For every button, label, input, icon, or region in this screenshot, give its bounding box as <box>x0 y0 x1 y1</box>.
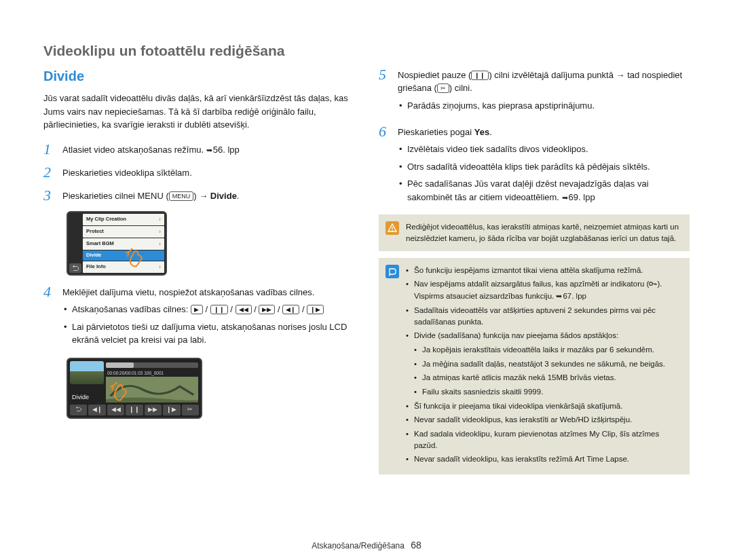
step-3: 3 Pieskarieties cilnei MENU (MENU) → Div… <box>43 187 354 204</box>
nested-item: Ja mēģina sadalīt daļās, neatstājot 3 se… <box>414 358 680 370</box>
forward-icon: ▶▶ <box>259 305 275 314</box>
menu-screenshot: ⮌ My Clip Creation› Protect› Smart BGM› … <box>67 211 354 276</box>
step-num: 4 <box>43 284 56 300</box>
sub-bullet: Otrs sadalītā videoattēla klips tiek par… <box>398 160 690 174</box>
step-body: Meklējiet dalījuma vietu, nospiežot atsk… <box>62 284 354 351</box>
menu-list: My Clip Creation› Protect› Smart BGM› Di… <box>83 214 164 273</box>
page-title: Videoklipu un fotoattēlu rediģēšana <box>43 41 690 61</box>
menu-item-label: My Clip Creation <box>86 216 126 223</box>
info-item: Sadalītais videoattēls var atšķirties ap… <box>406 305 680 327</box>
step-body: Nospiediet pauze (❙❙) cilni izvēlētajā d… <box>398 67 690 116</box>
nested-item: Failu skaits sasniedzis skaitli 9999. <box>414 386 680 398</box>
menu-item: Protect› <box>83 226 164 238</box>
step-2: 2 Pieskarieties videoklipa sīktēlam. <box>43 164 354 181</box>
step-6: 6 Pieskarieties pogai Yes. Izvēlētais vi… <box>379 124 690 208</box>
divide-label: Divide <box>72 393 89 402</box>
step-text: Nospiediet pauze ( <box>398 70 471 80</box>
progress-bar <box>106 362 198 368</box>
step-text: Meklējiet dalījuma vietu, nospiežot atsk… <box>62 287 314 297</box>
frame-forward-icon: ❙▶ <box>163 405 180 415</box>
pause-icon: ❙❙ <box>126 405 143 415</box>
chevron-right-icon: › <box>159 227 161 236</box>
page-number: 68 <box>411 540 421 550</box>
info-list: Šo funkciju iespējams izmantot tikai vie… <box>406 265 680 468</box>
info-text: Divide (sadalīšana) funkcija nav pieejam… <box>414 331 618 339</box>
svg-point-2 <box>650 282 653 286</box>
timeline-screenshot: 00:00:20/00:01:03 100_0001 Divide ⮌ ◀❙ ◀… <box>67 358 202 419</box>
forward-icon: ▶▶ <box>145 405 162 415</box>
sub-bullet: Atskaņošanas vadības cilnes: ▶ / ❙❙ / ◀◀… <box>62 303 354 316</box>
chevron-right-icon: › <box>159 263 161 272</box>
info-item: Šo funkciju iespējams izmantot tikai vie… <box>406 265 680 276</box>
step-text: Pieskarieties cilnei MENU ( <box>62 191 169 201</box>
divide-label: Divide <box>210 191 237 201</box>
warning-note: Rediģējot videoattēlus, kas ierakstīti a… <box>379 214 690 250</box>
frame-back-icon: ◀❙ <box>88 405 105 415</box>
sub-bullets: Atskaņošanas vadības cilnes: ▶ / ❙❙ / ◀◀… <box>62 303 354 347</box>
frame-back-icon: ◀❙ <box>282 305 299 314</box>
cut-icon: ✂ <box>182 405 199 415</box>
menu-item-label: Protect <box>86 228 104 236</box>
frame-forward-icon: ❙▶ <box>307 305 324 314</box>
step-num: 6 <box>379 124 391 140</box>
menu-item-label: Divide <box>86 252 102 259</box>
info-text: Nav iespējams atdalīt aizsargātus failus… <box>414 280 649 288</box>
sub-bullet: Parādās ziņojums, kas pieprasa apstiprin… <box>398 99 690 113</box>
step-4: 4 Meklējiet dalījuma vietu, nospiežot at… <box>43 284 354 351</box>
arrow-icon: → <box>199 191 208 201</box>
timecode-text: 00:00:20/00:01:03 100_0001 <box>107 370 164 376</box>
step-5: 5 Nospiediet pauze (❙❙) cilni izvēlētajā… <box>379 67 690 116</box>
menu-key-icon: MENU <box>169 191 194 201</box>
right-column: 5 Nospiediet pauze (❙❙) cilni izvēlētajā… <box>379 67 690 474</box>
sub-bullets: Izvēlētais video tiek sadalīts divos vid… <box>398 143 690 204</box>
step-body: Pieskarieties pogai Yes. Izvēlētais vide… <box>398 124 690 208</box>
nested-item: Ja atmiņas kartē atlicis mazāk nekā 15MB… <box>414 372 680 384</box>
svg-point-1 <box>392 230 393 231</box>
info-item: Nav iespējams atdalīt aizsargātus failus… <box>406 278 680 302</box>
step-text: ) cilni izvēlētajā dalījuma punktā <box>489 70 616 80</box>
step-num: 2 <box>43 164 56 181</box>
pause-icon: ❙❙ <box>471 71 489 80</box>
menu-panel: ⮌ My Clip Creation› Protect› Smart BGM› … <box>67 211 167 276</box>
chevron-right-icon: › <box>159 215 161 224</box>
step-num: 1 <box>43 141 56 157</box>
touch-hand-icon <box>124 246 151 274</box>
menu-item: My Clip Creation› <box>83 214 164 225</box>
page-ref: 67. lpp <box>556 291 586 302</box>
menu-item-active: Divide <box>83 250 164 261</box>
key-lock-icon <box>649 279 657 291</box>
page-footer: Atskaņošana/Rediģēšana 68 <box>0 538 733 552</box>
sub-text: Atskaņošanas vadības cilnes: <box>72 304 188 314</box>
warning-text: Rediģējot videoattēlus, kas ierakstīti a… <box>406 221 680 244</box>
menu-item-label: File Info <box>86 263 106 271</box>
menu-left-strip: ⮌ <box>69 214 81 273</box>
sub-bullet: Pēc sadalīšanas Jūs varat daļēji dzēst n… <box>398 177 690 204</box>
step-body: Pieskarieties videoklipa sīktēlam. <box>62 164 354 180</box>
step-text: Atlasiet video atskaņošanas režīmu. <box>62 145 206 155</box>
step-body: Atlasiet video atskaņošanas režīmu. 56. … <box>62 141 354 157</box>
sub-bullets: Parādās ziņojums, kas pieprasa apstiprin… <box>398 99 690 113</box>
content-columns: Divide Jūs varat sadalīt videoattēlu div… <box>43 67 690 474</box>
info-item: Nevar sadalīt videoklipus, kas ierakstīt… <box>406 414 680 426</box>
sub-bullet: Izvēlētais video tiek sadalīts divos vid… <box>398 143 690 156</box>
footer-text: Atskaņošana/Rediģēšana <box>312 541 405 550</box>
section-title: Divide <box>43 67 354 86</box>
cut-icon: ✂ <box>437 83 449 93</box>
left-column: Divide Jūs varat sadalīt videoattēlu div… <box>43 67 354 474</box>
page-ref: 69. lpp <box>562 191 595 204</box>
page-ref: 56. lpp <box>206 144 240 157</box>
step-text: Pieskarieties pogai <box>398 127 474 137</box>
sub-bullet: Lai pārvietotos tieši uz dalījuma vietu,… <box>62 320 354 347</box>
timeline-controls: ⮌ ◀❙ ◀◀ ❙❙ ▶▶ ❙▶ ✂ <box>70 405 199 415</box>
yes-label: Yes <box>474 127 489 137</box>
sub-text: Pēc sadalīšanas Jūs varat daļēji dzēst n… <box>407 179 649 202</box>
info-item: Nevar sadalīt videoklipu, kas ierakstīts… <box>406 453 680 465</box>
step-text: ) cilni. <box>449 83 472 93</box>
intro-text: Jūs varat sadalīt videoattēlu divās daļā… <box>43 92 354 132</box>
nested-item: Ja kopējais ierakstītais videoattēla lai… <box>414 344 680 356</box>
step-1: 1 Atlasiet video atskaņošanas režīmu. 56… <box>43 141 354 157</box>
step-num: 3 <box>43 187 56 204</box>
warning-icon <box>386 221 399 235</box>
rewind-icon: ◀◀ <box>236 305 252 314</box>
arrow-icon: → <box>616 70 625 80</box>
